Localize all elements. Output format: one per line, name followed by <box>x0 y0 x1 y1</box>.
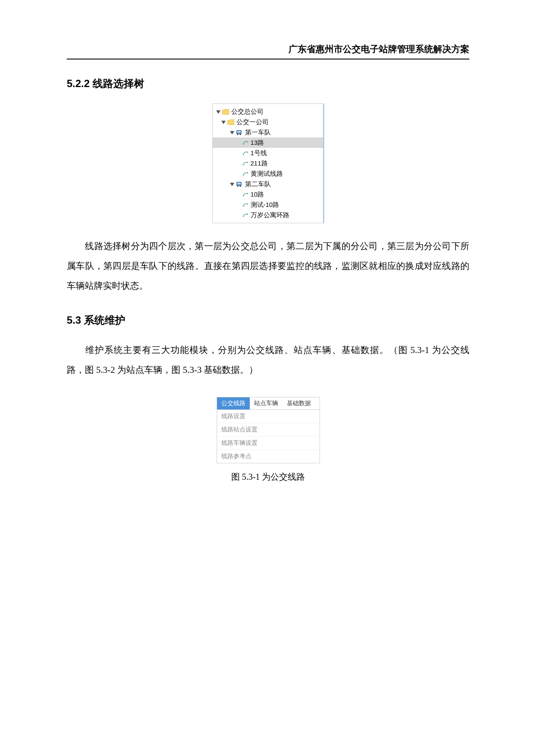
tree-label: 第一车队 <box>245 128 271 137</box>
section-title: 线路选择树 <box>93 78 144 89</box>
tab-base-data[interactable]: 基础数据 <box>283 397 315 409</box>
tree-route-13[interactable]: 13路 <box>213 137 323 148</box>
svg-marker-0 <box>216 110 220 114</box>
svg-marker-2 <box>230 131 234 134</box>
tree-label: 黄测试线路 <box>251 170 283 178</box>
tree-label: 测试-10路 <box>251 201 279 209</box>
svg-point-14 <box>247 172 248 174</box>
svg-point-25 <box>247 214 248 215</box>
section-number: 5.3 <box>67 314 81 326</box>
tree-label: 10路 <box>251 191 264 199</box>
maintenance-menu: 公交线路 站点车辆 基础数据 线路设置 线路站点设置 线路车辆设置 线路参考点 <box>217 397 320 463</box>
tree-root-company[interactable]: 公交总公司 <box>213 106 323 117</box>
tree-label: 1号线 <box>251 149 267 157</box>
expand-arrow-icon[interactable] <box>221 119 227 126</box>
tree-team-1[interactable]: 第一车队 <box>213 127 323 137</box>
route-icon <box>243 192 249 197</box>
tab-station-vehicles[interactable]: 站点车辆 <box>250 397 283 409</box>
svg-point-19 <box>239 185 241 187</box>
svg-point-23 <box>247 203 248 205</box>
svg-rect-17 <box>237 183 241 184</box>
tree-label: 211路 <box>251 159 268 168</box>
svg-marker-15 <box>230 183 234 186</box>
tree-route-10[interactable]: 10路 <box>213 189 323 200</box>
section-number: 5.2.2 <box>67 78 90 89</box>
tree-route-huang[interactable]: 黄测试线路 <box>213 169 323 179</box>
bus-icon <box>236 181 244 187</box>
page-header: 广东省惠州市公交电子站牌管理系统解决方案 <box>67 43 469 59</box>
tree-label: 万岁公寓环路 <box>251 211 289 219</box>
tree-route-wansui[interactable]: 万岁公寓环路 <box>213 210 323 220</box>
svg-point-10 <box>247 152 248 153</box>
figure-caption-5-3-1: 图 5.3-1 为公交线路 <box>67 471 469 483</box>
svg-point-21 <box>247 193 248 194</box>
route-icon <box>243 141 249 145</box>
menu-route-reference[interactable]: 线路参考点 <box>217 450 320 463</box>
section-title: 系统维护 <box>84 314 125 326</box>
body-text: 线路选择树分为四个层次，第一层为公交总公司，第二层为下属的分公司，第三层为分公司… <box>67 241 469 291</box>
menu-route-vehicle-settings[interactable]: 线路车辆设置 <box>217 437 320 450</box>
expand-arrow-icon[interactable] <box>230 129 236 136</box>
tab-bus-routes[interactable]: 公交线路 <box>217 397 250 409</box>
tree-label: 公交一公司 <box>236 118 269 126</box>
tree-route-211[interactable]: 211路 <box>213 158 323 169</box>
folder-icon <box>222 109 230 115</box>
route-icon <box>243 203 249 207</box>
paragraph-maintenance-description: 维护系统主要有三大功能模块，分别为公交线路、站点车辆、基础数据。（图 5.3-1… <box>67 340 469 380</box>
route-icon <box>243 172 249 176</box>
svg-point-8 <box>247 141 248 143</box>
tab-row: 公交线路 站点车辆 基础数据 <box>217 397 320 410</box>
tree-label: 公交总公司 <box>231 108 264 116</box>
menu-route-settings[interactable]: 线路设置 <box>217 410 320 423</box>
route-icon <box>243 161 249 166</box>
svg-point-12 <box>247 162 248 163</box>
svg-point-5 <box>237 134 238 135</box>
route-icon <box>243 213 249 217</box>
folder-icon <box>227 119 235 125</box>
bus-icon <box>236 130 244 135</box>
svg-marker-1 <box>221 121 226 124</box>
paragraph-tree-description: 线路选择树分为四个层次，第一层为公交总公司，第二层为下属的分公司，第三层为分公司… <box>67 236 469 296</box>
tree-label: 第二车队 <box>245 180 271 188</box>
route-icon <box>243 151 249 155</box>
expand-arrow-icon[interactable] <box>216 108 222 116</box>
expand-arrow-icon[interactable] <box>230 181 236 188</box>
tree-label: 13路 <box>251 139 264 147</box>
tree-subcompany[interactable]: 公交一公司 <box>213 117 323 127</box>
svg-point-6 <box>239 134 241 135</box>
section-5-2-2-heading: 5.2.2 线路选择树 <box>67 77 469 91</box>
header-title: 广东省惠州市公交电子站牌管理系统解决方案 <box>289 44 469 54</box>
route-tree[interactable]: 公交总公司 公交一公司 第一车队 13路 1号线 211路 黄测试线路 第二车队… <box>212 103 324 223</box>
tree-route-test10[interactable]: 测试-10路 <box>213 200 323 210</box>
svg-point-18 <box>237 185 238 187</box>
tree-team-2[interactable]: 第二车队 <box>213 179 323 189</box>
svg-rect-4 <box>237 131 241 133</box>
tree-route-1[interactable]: 1号线 <box>213 148 323 158</box>
menu-route-station-settings[interactable]: 线路站点设置 <box>217 423 320 437</box>
section-5-3-heading: 5.3 系统维护 <box>67 313 469 327</box>
body-text: 维护系统主要有三大功能模块，分别为公交线路、站点车辆、基础数据。（图 5.3-1… <box>67 345 469 375</box>
